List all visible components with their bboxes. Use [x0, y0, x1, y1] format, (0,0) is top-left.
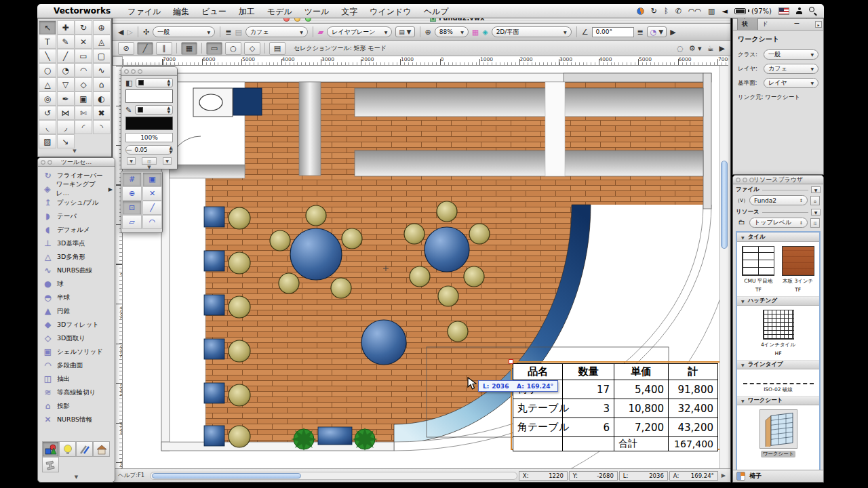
toolset-item[interactable]: ✕NURBS情報	[38, 413, 115, 426]
resource-item[interactable]: 4インチタイルHF	[759, 310, 798, 357]
toolset-item[interactable]: ◈ワーキングプレ…▶	[38, 182, 115, 196]
battery-icon[interactable]: (97%)	[734, 7, 772, 15]
spotlight-icon[interactable]	[809, 7, 817, 15]
file-dropdown[interactable]: Funda2⇕	[749, 195, 808, 205]
resource-section-menu-button[interactable]: ▼	[811, 209, 821, 216]
viewbar-overflow-arrow[interactable]: ▶	[670, 28, 675, 37]
info-field-dropdown[interactable]: レイヤ▼	[764, 78, 818, 88]
tool-fillet-1[interactable]: ◟	[39, 120, 56, 134]
mode-disable-interactive[interactable]: ⊘	[118, 42, 134, 55]
worksheet-cell[interactable]	[563, 437, 614, 451]
modebar-overflow-arrow[interactable]: ▶	[719, 44, 725, 53]
fill-color-swatch[interactable]	[125, 89, 173, 103]
view-angle-field[interactable]: 0.00°	[592, 27, 634, 37]
worksheet-cell[interactable]: 10,800	[614, 399, 669, 418]
palette-close-button[interactable]	[736, 178, 741, 182]
toolset-item[interactable]: △3D多角形	[38, 250, 115, 264]
tool-eraser[interactable]: ▨	[39, 134, 56, 148]
home-button[interactable]: ⌂	[810, 196, 820, 205]
bluetooth-icon[interactable]: ᛒ	[664, 7, 669, 16]
tool-eyedropper[interactable]: ✒	[57, 92, 75, 106]
tool-arc[interactable]: ◠	[75, 63, 92, 77]
forward-button[interactable]: ▷	[127, 28, 132, 37]
tool-3d-locus[interactable]: ◬	[93, 35, 111, 49]
toolset-item[interactable]: ●球	[38, 277, 115, 291]
menu-ウインドウ[interactable]: ウインドウ	[363, 7, 417, 16]
worksheet-cell[interactable]: 合計	[614, 437, 669, 451]
line-endpoints-icon[interactable]: ◫	[142, 157, 157, 165]
toolset-item[interactable]: ⌂投影	[38, 399, 115, 413]
palette-minimize-button[interactable]	[131, 69, 136, 74]
phone-icon[interactable]: ✆	[675, 7, 682, 16]
layers-icon[interactable]: ≣	[225, 28, 231, 37]
tool-pan[interactable]: ✚	[57, 20, 75, 35]
snap-tangent-snap[interactable]: ◠	[142, 215, 162, 229]
render-mode-button[interactable]: ◔ ▼	[647, 26, 667, 37]
resource-section-header[interactable]: ▼ワークシート	[737, 396, 819, 405]
worksheet-cell[interactable]: 91,800	[669, 380, 718, 399]
working-plane-icon[interactable]: ▰	[318, 28, 323, 37]
tool-selection[interactable]: ↖	[39, 20, 56, 35]
toolset-structural-button[interactable]	[42, 457, 59, 472]
tool-locus[interactable]: ✕	[75, 35, 92, 49]
rotate-view-icon[interactable]: ∠	[582, 28, 589, 37]
toolset-item[interactable]: ◇3D面取り	[38, 331, 115, 345]
tool-rectangle[interactable]: ▭	[75, 49, 92, 63]
toolset-item[interactable]: ≋等高線輪切り	[38, 386, 115, 399]
menu-文字[interactable]: 文字	[335, 7, 363, 16]
mode-snap-grid[interactable]: ▦	[181, 42, 197, 55]
toolset-item[interactable]: ◠多段曲面	[38, 359, 115, 372]
snap-angle-snap[interactable]: ⊕	[122, 186, 142, 201]
user-icon[interactable]	[796, 7, 802, 14]
toolset-3d-modeling-button[interactable]	[42, 441, 59, 457]
toolset-item[interactable]: ⊥3D基準点	[38, 237, 115, 250]
tool-polygon[interactable]: △	[39, 77, 56, 92]
time-machine-icon[interactable]: ↻	[651, 7, 657, 16]
tool-rounded-rectangle[interactable]: ▢	[93, 49, 111, 63]
toolset-item[interactable]: ◫抽出	[38, 372, 115, 386]
tool-shear[interactable]: ✄	[75, 106, 92, 120]
app-menu-title[interactable]: Vectorworks	[54, 6, 111, 16]
tool-oval[interactable]: ◔	[57, 63, 75, 77]
layer-dropdown[interactable]: カフェ▼	[245, 26, 308, 37]
display-icon[interactable]: ▥	[708, 7, 715, 16]
palette-close-button[interactable]	[124, 69, 129, 74]
resource-list[interactable]: ▼タイルCMU 平目地TF木板 3インチTF▼ハッチング4インチタイルHF▼ライ…	[736, 231, 821, 472]
toolset-item[interactable]: ◆3Dフィレット	[38, 318, 115, 331]
resource-section-header[interactable]: ▼タイル	[737, 232, 819, 242]
tool-clip[interactable]: ▣	[75, 92, 92, 106]
worksheet-table[interactable]: 品名数量単価計 椅子175,40091,800丸テーブル310,80032,40…	[513, 363, 718, 451]
folder-dropdown[interactable]: トップレベル⇕	[749, 218, 808, 228]
tool-text[interactable]: T	[39, 35, 56, 49]
menu-加工[interactable]: 加工	[233, 7, 261, 16]
drawing-canvas[interactable]: 品名数量単価計 椅子175,40091,800丸テーブル310,80032,40…	[123, 66, 728, 470]
zoom-level-dropdown[interactable]: 88%▼	[435, 26, 469, 37]
toolset-item[interactable]: ▲円錐	[38, 304, 115, 318]
toolset-item[interactable]: ∿NURBS曲線	[38, 264, 115, 277]
layer-stack-icon[interactable]: ≣	[637, 28, 644, 37]
palette-collapse-handle[interactable]: ▼	[38, 148, 111, 155]
toolset-item[interactable]: ◗テーパ	[38, 209, 115, 223]
resource-section-header[interactable]: ▼ハッチング	[737, 296, 819, 306]
mode-single-object[interactable]: ╱	[137, 42, 153, 55]
menu-モデル[interactable]: モデル	[261, 7, 298, 16]
app-status-icon[interactable]	[637, 7, 644, 15]
saved-views-icon[interactable]: ✣	[143, 28, 149, 37]
tool-freehand[interactable]: ∿	[93, 63, 111, 77]
snap-intersection-snap[interactable]: ✕	[142, 186, 162, 201]
worksheet-cell[interactable]: 丸テーブル	[513, 399, 563, 418]
resource-item[interactable]: ISO-02 破線	[741, 373, 816, 393]
worksheet-cell[interactable]: 角テーブル	[513, 418, 563, 437]
tool-trim[interactable]: ✖	[93, 106, 111, 120]
volume-icon[interactable]: ◄	[722, 7, 728, 16]
file-section-menu-button[interactable]: ▼	[811, 186, 821, 193]
resource-item[interactable]: ワークシート	[759, 409, 798, 458]
menu-ヘルプ[interactable]: ヘルプ	[418, 7, 455, 16]
snap-grid-snap[interactable]: #	[122, 172, 142, 186]
toolset-item[interactable]: ◓半球	[38, 291, 115, 304]
tool-callout[interactable]: ✎	[57, 35, 75, 49]
input-language-flag-icon[interactable]	[778, 7, 789, 15]
menu-ファイル[interactable]: ファイル	[121, 7, 167, 16]
toolset-palette-titlebar[interactable]: ツールセ…	[38, 158, 115, 167]
info-field-dropdown[interactable]: カフェ▼	[764, 64, 818, 74]
